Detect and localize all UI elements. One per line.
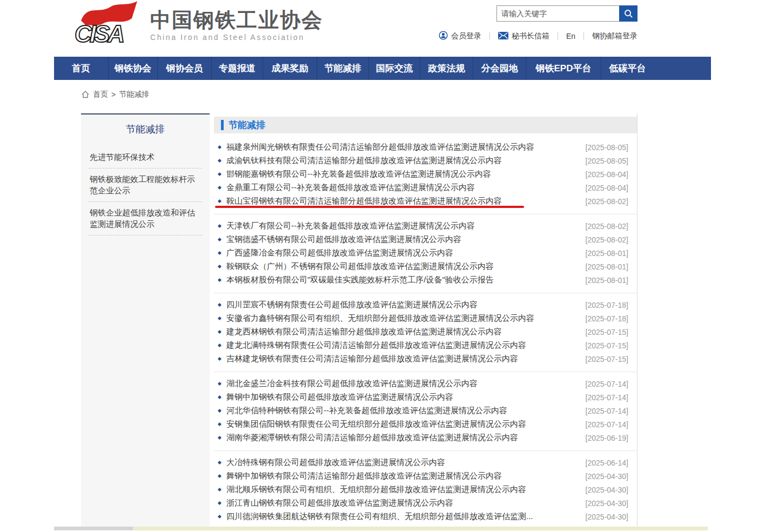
news-date: [2025-07-15] [586,341,628,350]
site-subtitle: China Iron and Steel Association [150,33,323,42]
news-link[interactable]: 四川罡宸不锈钢有限责任公司超低排放改造评估监测进展情况公示内容 [226,300,586,310]
news-row: 安徽省力鑫特钢有限公司有组织、无组织部分超低排放改造评估监测进展情况公示内容[2… [214,312,637,325]
news-row: 建龙西林钢铁有限公司清洁运输部分超低排放改造评估监测进展情况公示内容[2025-… [214,325,637,339]
english-link[interactable]: En [566,32,575,41]
secretary-mailbox-link[interactable]: 秘书长信箱 [498,31,549,41]
news-date: [2025-07-14] [586,420,628,429]
news-link[interactable]: 广西盛隆冶金有限公司超低排放改造评估监测进展情况公示内容 [226,248,586,258]
bullet-icon [218,172,222,176]
sidebar-title: 节能减排 [89,115,202,138]
bullet-icon [218,303,222,307]
highlight-underline [215,206,524,208]
top-link-label: 钢协邮箱登录 [592,31,638,41]
section-accent-bar [221,120,224,130]
nav-item-home[interactable]: 首页 [54,57,108,80]
user-icon [439,31,448,42]
bullet-icon [218,251,222,255]
nav-item-achievements[interactable]: 成果奖励 [263,57,317,80]
news-link[interactable]: 大冶特殊钢有限公司超低排放改造评估监测进展情况公示内容 [226,457,586,468]
news-date: [2025-08-02] [586,235,628,244]
bullet-icon [218,238,222,241]
sidebar-item-2[interactable]: 钢铁企业超低排放改造和评估监测进展情况公示 [89,202,202,235]
news-link[interactable]: 吉林建龙钢铁有限责任公司清洁运输部分超低排放改造评估监测进展情况公示内容 [226,354,586,364]
footer-strip-yellow [133,527,708,530]
news-link[interactable]: 舞钢中加钢铁有限公司超低排放改造评估监测进展情况公示内容 [226,392,586,402]
news-row: 湖南华菱湘潭钢铁有限公司清洁运输部分超低排放改造评估监测进展情况公示内容[202… [214,431,637,445]
news-row: 吉林建龙钢铁有限责任公司清洁运输部分超低排放改造评估监测进展情况公示内容[202… [214,352,637,366]
news-row: 邯钢能嘉钢铁有限公司--补充装备超低排放改造评估监测进展情况公示内容[2025-… [214,167,637,181]
breadcrumb-home-link[interactable]: 首页 [93,90,108,99]
news-link[interactable]: 浙江青山钢铁有限公司超低排放改造评估监测进展情况公示内容 [226,498,586,508]
section-title: 节能减排 [229,119,265,131]
news-group: 湖北金盛兰冶金科技有限公司超低排放改造评估监测进展情况公示内容[2025-07-… [214,372,637,451]
search-button[interactable] [619,5,638,22]
bullet-icon [218,422,222,426]
sidebar-item-1[interactable]: 钢铁极致能效工程能效标杆示范企业公示 [89,169,202,202]
news-row: 四川罡宸不锈钢有限责任公司超低排放改造评估监测进展情况公示内容[2025-07-… [214,298,637,312]
news-date: [2025-08-01] [586,262,628,271]
header-right: 会员登录秘书长信箱En钢协邮箱登录 [411,5,638,42]
news-link[interactable]: 宝钢德盛不锈钢有限公司超低排放改造评估监测进展情况公示内容 [226,234,586,245]
breadcrumb: 首页 > 节能减排 [54,80,711,113]
news-link[interactable]: 成渝钒钛科技有限公司清洁运输部分超低排放改造评估监测进展情况公示内容 [226,156,586,166]
nav-item-branches[interactable]: 分会园地 [473,57,526,80]
news-date: [2025-07-14] [586,393,628,402]
news-link[interactable]: 邯钢能嘉钢铁有限公司--补充装备超低排放改造评估监测进展情况公示内容 [226,169,586,179]
news-link[interactable]: 鞍钢联众（广州）不锈钢有限公司超低排放改造评估监测进展情况公示内容 [226,261,586,272]
svg-text:CISA: CISA [75,21,123,45]
news-group: 福建泉州闽光钢铁有限责任公司清洁运输部分超低排放改造评估监测进展情况公示内容[2… [214,133,637,214]
footer-strip-gray [54,527,133,530]
search-bar [411,5,638,22]
bullet-icon [218,159,222,163]
bullet-icon [218,265,222,268]
mailbox-login-link[interactable]: 钢协邮箱登录 [592,31,638,41]
nav-item-special-reports[interactable]: 专题报道 [211,57,263,80]
nav-item-members[interactable]: 钢协会员 [157,57,211,80]
news-date: [2025-04-30] [586,499,628,508]
news-row: 成渝钒钛科技有限公司清洁运输部分超低排放改造评估监测进展情况公示内容[2025-… [214,154,637,167]
sidebar-item-0[interactable]: 先进节能环保技术 [89,146,202,169]
nav-item-low-carbon[interactable]: 低碳平台 [601,57,654,80]
news-link[interactable]: 建龙北满特殊钢有限责任公司清洁运输部分超低排放改造评估监测进展情况公示内容 [226,340,586,351]
news-link[interactable]: 湖北顺乐钢铁有限公司有组织、无组织部分超低排放改造评估监测进展情况公示内容 [226,484,586,495]
news-row: 鞍山宝得钢铁有限公司清洁运输部分超低排放改造评估监测进展情况公示内容[2025-… [214,194,637,208]
search-icon [624,9,633,18]
news-link[interactable]: 建龙西林钢铁有限公司清洁运输部分超低排放改造评估监测进展情况公示内容 [226,327,586,337]
news-row: 宝钢德盛不锈钢有限公司超低排放改造评估监测进展情况公示内容[2025-08-02… [214,233,637,246]
news-link[interactable]: 金鼎重工有限公司--补充装备超低排放改造评估监测进展情况公示内容 [226,183,586,193]
home-icon [81,90,90,99]
nav-item-international[interactable]: 国际交流 [368,57,420,80]
nav-item-policies[interactable]: 政策法规 [420,57,473,80]
sidebar-menu: 先进节能环保技术钢铁极致能效工程能效标杆示范企业公示钢铁企业超低排放改造和评估监… [89,146,202,235]
bullet-icon [218,436,222,440]
news-link[interactable]: 四川德润钢铁集团航达钢铁有限责任公司有组织、无组织部分超低排放改造评估监测... [226,511,586,522]
news-date: [2025-07-18] [586,301,628,309]
nav-item-energy-saving[interactable]: 节能减排 [317,57,368,80]
news-link[interactable]: 河北华信特种钢铁有限公司--补充装备超低排放改造评估监测进展情况公示内容 [226,406,586,416]
page: CISA 中国钢铁工业协会 China Iron and Steel Assoc… [54,0,711,530]
bullet-icon [218,330,222,334]
news-date: [2025-07-15] [586,355,628,363]
news-link[interactable]: 舞钢中加钢铁有限公司清洁运输部分超低排放改造评估监测进展情况公示内容 [226,471,586,481]
news-link[interactable]: 福建泉州闽光钢铁有限责任公司清洁运输部分超低排放改造评估监测进展情况公示内容 [226,142,586,152]
bullet-icon [218,199,222,203]
nav-item-association[interactable]: 钢铁协会 [108,57,157,80]
news-row: 湖北金盛兰冶金科技有限公司超低排放改造评估监测进展情况公示内容[2025-07-… [214,377,637,390]
bullet-icon [218,515,222,518]
news-link[interactable]: 安钢集团信阳钢铁有限责任公司无组织部分超低排放改造评估监测进展情况公示内容 [226,419,586,429]
news-link[interactable]: 湖南华菱湘潭钢铁有限公司清洁运输部分超低排放改造评估监测进展情况公示内容 [226,433,586,443]
member-login-link[interactable]: 会员登录 [439,31,481,42]
nav-item-epd-platform[interactable]: 钢铁EPD平台 [526,57,601,80]
news-link[interactable]: 湖北金盛兰冶金科技有限公司超低排放改造评估监测进展情况公示内容 [226,379,586,389]
news-date: [2025-04-30] [586,472,628,481]
news-link[interactable]: 安徽省力鑫特钢有限公司有组织、无组织部分超低排放改造评估监测进展情况公示内容 [226,313,586,324]
news-link[interactable]: 鞍山宝得钢铁有限公司清洁运输部分超低排放改造评估监测进展情况公示内容 [226,196,586,206]
news-row: 安钢集团信阳钢铁有限责任公司无组织部分超低排放改造评估监测进展情况公示内容[20… [214,417,637,431]
search-input[interactable] [496,5,619,22]
news-link[interactable]: 天津铁厂有限公司--补充装备超低排放改造评估监测进展情况公示内容 [226,221,586,231]
news-link[interactable]: 本钢板材股份有限公司"双碳最佳实践能效标杆示范工序/设备"验收公示报告 [226,275,586,285]
site-title: 中国钢铁工业协会 [150,9,323,31]
news-date: [2025-04-30] [586,486,628,494]
bullet-icon [218,409,222,413]
news-date: [2025-08-04] [586,170,628,179]
